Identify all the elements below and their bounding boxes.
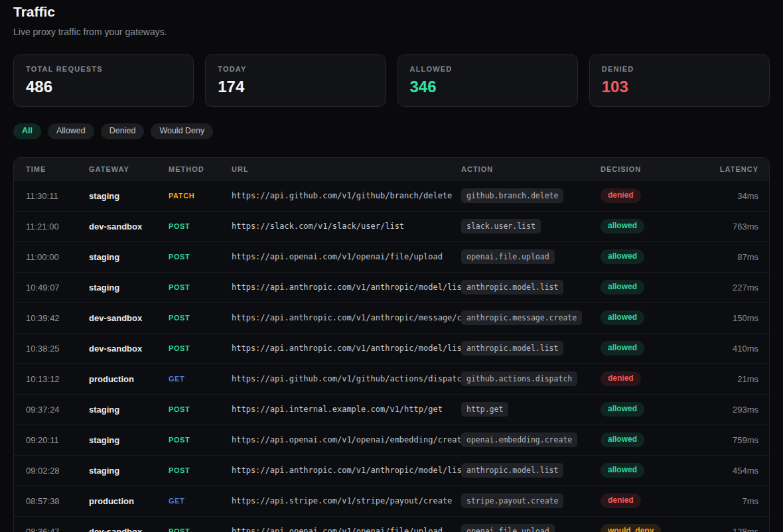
cell-method: POST <box>169 344 232 352</box>
stat-label: ALLOWED <box>410 65 565 73</box>
stat-value: 486 <box>26 78 181 96</box>
filter-pill-would-deny[interactable]: Would Deny <box>151 123 213 139</box>
action-pill: http.get <box>461 402 508 417</box>
cell-time: 09:37:24 <box>26 405 89 415</box>
cell-time: 10:49:07 <box>26 283 89 293</box>
cell-gateway: staging <box>89 435 169 445</box>
cell-latency: 759ms <box>700 435 758 445</box>
cell-method: POST <box>169 527 232 532</box>
cell-decision: denied <box>601 188 700 203</box>
decision-badge: allowed <box>601 280 644 295</box>
cell-url: https://api.stripe.com/v1/stripe/payout/… <box>232 496 461 505</box>
stat-card: TOTAL REQUESTS 486 <box>13 54 194 107</box>
filter-pill-denied[interactable]: Denied <box>101 123 145 139</box>
cell-method: POST <box>169 436 232 444</box>
table-body: 11:30:11 staging PATCH https://api.githu… <box>14 180 769 532</box>
cell-action: anthropic.message.create <box>461 310 601 325</box>
cell-gateway: staging <box>89 405 169 415</box>
column-header-method: METHOD <box>169 165 232 173</box>
cell-decision: allowed <box>601 432 700 447</box>
cell-time: 10:13:12 <box>26 374 89 384</box>
action-pill: slack.user.list <box>461 219 541 233</box>
cell-decision: allowed <box>601 280 700 295</box>
table-row[interactable]: 08:57:38 production GET https://api.stri… <box>14 486 769 516</box>
table-row[interactable]: 09:02:28 staging POST https://api.anthro… <box>14 455 769 486</box>
action-pill: openai.embedding.create <box>461 432 577 447</box>
decision-badge: allowed <box>601 341 644 356</box>
stat-card: ALLOWED 346 <box>397 54 578 107</box>
traffic-page: Traffic Live proxy traffic from your gat… <box>0 0 783 532</box>
cell-latency: 293ms <box>700 405 758 415</box>
cell-latency: 21ms <box>700 374 758 384</box>
filters-row: AllAllowedDeniedWould Deny <box>13 123 770 139</box>
page-subtitle: Live proxy traffic from your gateways. <box>13 27 770 37</box>
filter-pill-allowed[interactable]: Allowed <box>48 123 94 139</box>
cell-latency: 763ms <box>700 222 758 232</box>
cell-decision: allowed <box>601 219 700 233</box>
action-pill: openai.file.upload <box>461 524 555 532</box>
page-title: Traffic <box>13 4 770 20</box>
cell-url: https://slack.com/v1/slack/user/list <box>232 222 461 231</box>
cell-method: POST <box>169 314 232 322</box>
cell-action: slack.user.list <box>461 219 601 233</box>
stat-label: TOTAL REQUESTS <box>26 65 181 73</box>
decision-badge: denied <box>601 494 641 508</box>
table-row[interactable]: 10:13:12 production GET https://api.gith… <box>14 364 769 394</box>
stat-value: 174 <box>218 78 373 96</box>
cell-decision: allowed <box>601 249 700 264</box>
cell-gateway: dev-sandbox <box>89 527 169 532</box>
cell-time: 09:20:11 <box>26 435 89 445</box>
filter-pill-all[interactable]: All <box>13 123 41 139</box>
table-row[interactable]: 10:39:42 dev-sandbox POST https://api.an… <box>14 302 769 333</box>
stat-value: 103 <box>602 78 757 96</box>
table-row[interactable]: 11:30:11 staging PATCH https://api.githu… <box>14 180 769 211</box>
decision-badge: allowed <box>601 463 644 478</box>
table-row[interactable]: 10:38:25 dev-sandbox POST https://api.an… <box>14 333 769 364</box>
cell-time: 11:30:11 <box>26 191 89 201</box>
cell-url: https://api.openai.com/v1/openai/file/up… <box>232 527 461 532</box>
table-row[interactable]: 09:20:11 staging POST https://api.openai… <box>14 425 769 455</box>
cell-url: https://api.anthropic.com/v1/anthropic/m… <box>232 283 461 292</box>
cell-action: anthropic.model.list <box>461 341 601 356</box>
cell-time: 09:02:28 <box>26 466 89 476</box>
cell-url: https://api.internal.example.com/v1/http… <box>232 405 461 414</box>
cell-decision: denied <box>601 371 700 386</box>
cell-action: github.branch.delete <box>461 188 601 203</box>
cell-method: POST <box>169 283 232 291</box>
table-row[interactable]: 10:49:07 staging POST https://api.anthro… <box>14 272 769 302</box>
action-pill: anthropic.model.list <box>461 463 563 478</box>
cell-url: https://api.anthropic.com/v1/anthropic/m… <box>232 313 461 322</box>
cell-action: anthropic.model.list <box>461 280 601 295</box>
table-row[interactable]: 11:21:00 dev-sandbox POST https://slack.… <box>14 211 769 241</box>
column-header-gateway: GATEWAY <box>89 165 169 173</box>
action-pill: anthropic.model.list <box>461 341 563 356</box>
cell-gateway: staging <box>89 191 169 201</box>
cell-latency: 454ms <box>700 466 758 476</box>
cell-url: https://api.github.com/v1/github/branch/… <box>232 191 461 200</box>
cell-decision: allowed <box>601 310 700 325</box>
cell-method: POST <box>169 253 232 261</box>
cell-decision: would_deny <box>601 524 700 532</box>
table-row[interactable]: 11:00:00 staging POST https://api.openai… <box>14 241 769 272</box>
stats-row: TOTAL REQUESTS 486 TODAY 174 ALLOWED 346… <box>13 54 770 107</box>
cell-action: openai.embedding.create <box>461 432 601 447</box>
cell-url: https://api.anthropic.com/v1/anthropic/m… <box>232 466 461 475</box>
cell-latency: 150ms <box>700 313 758 323</box>
cell-decision: allowed <box>601 463 700 478</box>
table-row[interactable]: 09:37:24 staging POST https://api.intern… <box>14 394 769 425</box>
decision-badge: allowed <box>601 219 644 233</box>
column-header-url: URL <box>232 165 461 173</box>
table-row[interactable]: 08:36:47 dev-sandbox POST https://api.op… <box>14 516 769 532</box>
cell-time: 10:38:25 <box>26 344 89 354</box>
column-header-time: TIME <box>26 165 89 173</box>
cell-time: 10:39:42 <box>26 313 89 323</box>
stat-card: DENIED 103 <box>589 54 770 107</box>
stat-value: 346 <box>410 78 565 96</box>
cell-latency: 87ms <box>700 252 758 262</box>
cell-url: https://api.openai.com/v1/openai/embeddi… <box>232 435 461 444</box>
cell-decision: denied <box>601 494 700 508</box>
decision-badge: allowed <box>601 249 644 264</box>
cell-gateway: staging <box>89 283 169 293</box>
cell-method: GET <box>169 375 232 383</box>
column-header-latency: LATENCY <box>700 165 758 173</box>
